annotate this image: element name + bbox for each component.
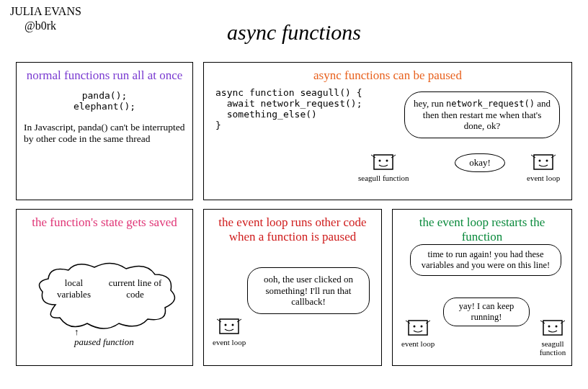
char-label: event loop <box>527 174 560 182</box>
thought-cloud: local variables current line of code <box>34 261 178 326</box>
smiley-box-icon <box>540 316 565 338</box>
panel1-body: In Javascript, panda() can't be interrup… <box>24 122 185 146</box>
character-seagull: seagull function <box>358 151 409 182</box>
svg-point-2 <box>386 160 388 162</box>
panel5-bubble1: time to run again! you had these variabl… <box>410 244 561 276</box>
panel3-title: the function's state gets saved <box>24 215 185 230</box>
svg-point-1 <box>379 160 381 162</box>
smiley-box-icon <box>406 316 430 338</box>
panel-normal-functions: normal functions run all at once panda()… <box>16 62 193 200</box>
svg-rect-5 <box>534 155 553 169</box>
svg-rect-15 <box>409 321 427 335</box>
panel1-code: panda(); elephant(); <box>24 90 185 112</box>
svg-point-7 <box>546 160 548 162</box>
main-title: async functions <box>0 20 588 45</box>
panel5-title: the event loop restarts the function <box>400 215 564 243</box>
panel-eventloop-runs: the event loop runs other code when a fu… <box>203 209 382 366</box>
smiley-box-icon <box>531 151 556 172</box>
character-eventloop: event loop <box>401 316 435 348</box>
author-name: JULIA EVANS <box>10 5 81 17</box>
smiley-box-icon <box>217 315 241 336</box>
cloud-label: paused function <box>74 336 134 348</box>
character-eventloop: event loop <box>527 151 560 182</box>
panel-state-saved: the function's state gets saved local va… <box>16 209 193 366</box>
svg-point-21 <box>548 326 551 328</box>
cloud-text-left: local variables <box>53 277 96 300</box>
svg-rect-10 <box>220 319 239 334</box>
char-label: event loop <box>401 339 435 348</box>
character-seagull: seagull function <box>534 316 571 357</box>
char-label: seagull function <box>534 339 571 357</box>
char-label: seagull function <box>358 174 409 182</box>
svg-point-17 <box>421 326 423 328</box>
panel4-bubble: ooh, the user clicked on something! I'll… <box>247 267 370 314</box>
svg-point-16 <box>414 326 416 328</box>
svg-point-6 <box>539 160 541 162</box>
svg-rect-0 <box>374 155 393 169</box>
char-label: event loop <box>213 338 246 346</box>
panel2-bubble-eventloop: okay! <box>455 153 505 172</box>
smiley-box-icon <box>371 151 396 172</box>
character-eventloop: event loop <box>213 315 246 346</box>
panel2-title: async functions can be paused <box>211 68 564 83</box>
panel-async-paused: async functions can be paused async func… <box>203 62 572 200</box>
svg-point-12 <box>232 324 234 326</box>
panel-eventloop-restarts: the event loop restarts the function tim… <box>392 209 572 366</box>
svg-point-22 <box>556 326 558 328</box>
panel5-bubble2: yay! I can keep running! <box>443 298 530 326</box>
panel4-title: the event loop runs other code when a fu… <box>211 215 374 243</box>
svg-rect-20 <box>543 321 562 335</box>
panel1-title: normal functions run all at once <box>24 68 185 83</box>
svg-point-11 <box>225 324 227 326</box>
cloud-text-right: current line of code <box>107 277 164 300</box>
panel2-bubble-seagull: hey, run network_request() and then then… <box>404 91 560 138</box>
